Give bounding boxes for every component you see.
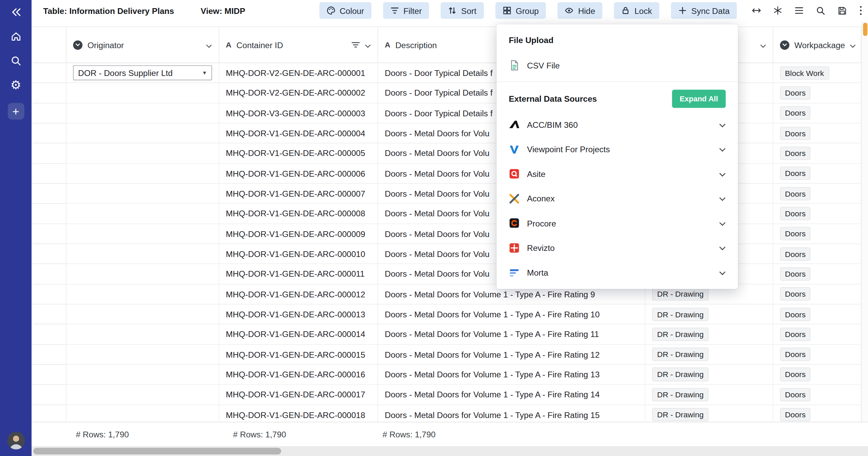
row-gutter-cell[interactable]: [32, 284, 66, 304]
chevron-down-icon[interactable]: [719, 145, 726, 154]
sort-button[interactable]: Sort: [441, 2, 484, 19]
source-asite[interactable]: Asite: [496, 162, 738, 186]
row-gutter-cell[interactable]: [32, 385, 66, 405]
rows-count-description[interactable]: # Rows: 1,790: [382, 430, 436, 439]
chevron-down-icon[interactable]: [719, 268, 726, 277]
cell-workpackage[interactable]: Doors: [773, 405, 862, 422]
rows-count-container-id[interactable]: # Rows: 1,790: [233, 430, 286, 439]
cell-workpackage[interactable]: Doors: [773, 143, 862, 163]
row-gutter-cell[interactable]: [32, 164, 66, 184]
cell-container-id[interactable]: MHQ-DOR-V1-GEN-DE-ARC-000016: [219, 365, 378, 385]
cell-originator[interactable]: [66, 224, 219, 244]
csv-file-item[interactable]: CSV File: [496, 53, 738, 78]
row-gutter-cell[interactable]: [32, 365, 66, 385]
cell-originator[interactable]: [66, 103, 219, 123]
filter-button[interactable]: Filter: [383, 2, 429, 19]
cell-originator[interactable]: [66, 284, 219, 304]
source-viewpoint[interactable]: Viewpoint For Projects: [496, 137, 738, 162]
cell-container-id[interactable]: MHQ-DOR-V2-GEN-DE-ARC-000001: [219, 63, 378, 83]
cell-container-id[interactable]: MHQ-DOR-V1-GEN-DE-ARC-000011: [219, 264, 378, 284]
filter-active-icon[interactable]: [352, 40, 360, 49]
source-morta[interactable]: Morta: [496, 260, 738, 285]
cell-description[interactable]: Doors - Metal Doors for Volume 1 - Type …: [378, 324, 646, 344]
cell-originator[interactable]: [66, 304, 219, 324]
cell-originator[interactable]: [66, 244, 219, 264]
column-header-originator[interactable]: Originator: [66, 27, 219, 62]
cell-originator[interactable]: [66, 405, 219, 422]
row-gutter-cell[interactable]: [32, 244, 66, 264]
home-icon[interactable]: [6, 26, 26, 46]
cell-workpackage[interactable]: Doors: [773, 204, 862, 224]
cell-originator[interactable]: [66, 324, 219, 344]
cell-workpackage[interactable]: Doors: [773, 244, 862, 264]
row-gutter-cell[interactable]: [32, 143, 66, 163]
row-gutter-cell[interactable]: [32, 103, 66, 123]
hide-button[interactable]: Hide: [557, 2, 602, 19]
cell-originator[interactable]: [66, 123, 219, 143]
source-procore[interactable]: Procore: [496, 211, 738, 236]
horizontal-scrollbar-thumb[interactable]: [33, 448, 281, 455]
source-revizto[interactable]: Revizto: [496, 236, 738, 260]
snowflake-icon[interactable]: [773, 6, 782, 15]
cell-workpackage[interactable]: Doors: [773, 365, 862, 385]
chevron-down-icon[interactable]: [760, 40, 766, 49]
chevron-down-icon[interactable]: [719, 218, 726, 228]
cell-workpackage[interactable]: Doors: [773, 164, 862, 184]
row-gutter-cell[interactable]: [32, 344, 66, 364]
cell-originator[interactable]: [66, 344, 219, 364]
cell-originator[interactable]: [66, 365, 219, 385]
cell-container-id[interactable]: MHQ-DOR-V1-GEN-DE-ARC-000004: [219, 123, 378, 143]
row-list-icon[interactable]: [794, 6, 804, 15]
originator-select[interactable]: DOR - Doors Supplier Ltd▼: [73, 65, 212, 80]
save-icon[interactable]: [837, 6, 847, 15]
sync-data-button[interactable]: Sync Data: [671, 2, 737, 19]
cell-originator[interactable]: [66, 385, 219, 405]
cell-workpackage[interactable]: Block Work: [773, 63, 862, 83]
row-gutter-cell[interactable]: [32, 405, 66, 422]
cell-doc-type[interactable]: DR - Drawing: [646, 405, 773, 422]
search-table-icon[interactable]: [816, 6, 826, 15]
add-table-button[interactable]: +: [7, 103, 24, 120]
cell-workpackage[interactable]: Doors: [773, 83, 862, 103]
cell-originator[interactable]: [66, 143, 219, 163]
cell-originator[interactable]: [66, 184, 219, 204]
cell-workpackage[interactable]: Doors: [773, 123, 862, 143]
cell-doc-type[interactable]: DR - Drawing: [646, 344, 773, 364]
cell-doc-type[interactable]: DR - Drawing: [646, 324, 773, 344]
rows-count-originator[interactable]: # Rows: 1,790: [76, 430, 129, 439]
cell-container-id[interactable]: MHQ-DOR-V1-GEN-DE-ARC-000012: [219, 284, 378, 304]
cell-description[interactable]: Doors - Metal Doors for Volume 1 - Type …: [378, 405, 646, 422]
horizontal-scrollbar[interactable]: [32, 446, 868, 456]
cell-workpackage[interactable]: Doors: [773, 324, 862, 344]
cell-container-id[interactable]: MHQ-DOR-V1-GEN-DE-ARC-000018: [219, 405, 378, 422]
cell-originator[interactable]: [66, 83, 219, 103]
cell-description[interactable]: Doors - Metal Doors for Volume 1 - Type …: [378, 304, 646, 324]
cell-container-id[interactable]: MHQ-DOR-V1-GEN-DE-ARC-000015: [219, 344, 378, 364]
cell-container-id[interactable]: MHQ-DOR-V1-GEN-DE-ARC-000007: [219, 184, 378, 204]
cell-description[interactable]: Doors - Metal Doors for Volume 1 - Type …: [378, 385, 646, 405]
vertical-scrollbar-thumb[interactable]: [863, 23, 867, 36]
cell-container-id[interactable]: MHQ-DOR-V2-GEN-DE-ARC-000002: [219, 83, 378, 103]
vertical-scrollbar[interactable]: [861, 21, 868, 422]
column-header-workpackage[interactable]: Workpackage: [773, 27, 862, 62]
cell-originator[interactable]: [66, 264, 219, 284]
cell-description[interactable]: Doors - Metal Doors for Volume 1 - Type …: [378, 344, 646, 364]
source-aconex[interactable]: Aconex: [496, 186, 738, 211]
search-icon[interactable]: [6, 51, 26, 71]
cell-container-id[interactable]: MHQ-DOR-V1-GEN-DE-ARC-000009: [219, 224, 378, 244]
kebab-menu-icon[interactable]: [859, 5, 863, 15]
lock-button[interactable]: Lock: [614, 2, 659, 19]
cell-originator[interactable]: DOR - Doors Supplier Ltd▼: [66, 63, 219, 83]
cell-container-id[interactable]: MHQ-DOR-V1-GEN-DE-ARC-000017: [219, 385, 378, 405]
cell-container-id[interactable]: MHQ-DOR-V1-GEN-DE-ARC-000008: [219, 204, 378, 224]
cell-workpackage[interactable]: Doors: [773, 103, 862, 123]
avatar[interactable]: [7, 432, 24, 449]
cell-doc-type[interactable]: DR - Drawing: [646, 365, 773, 385]
row-gutter-cell[interactable]: [32, 264, 66, 284]
cell-description[interactable]: Doors - Metal Doors for Volume 1 - Type …: [378, 365, 646, 385]
cell-doc-type[interactable]: DR - Drawing: [646, 304, 773, 324]
column-header-container-id[interactable]: A Container ID: [219, 27, 378, 62]
group-button[interactable]: Group: [495, 2, 546, 19]
source-acc-bim360[interactable]: ACC/BIM 360: [496, 112, 738, 137]
cell-originator[interactable]: [66, 164, 219, 184]
